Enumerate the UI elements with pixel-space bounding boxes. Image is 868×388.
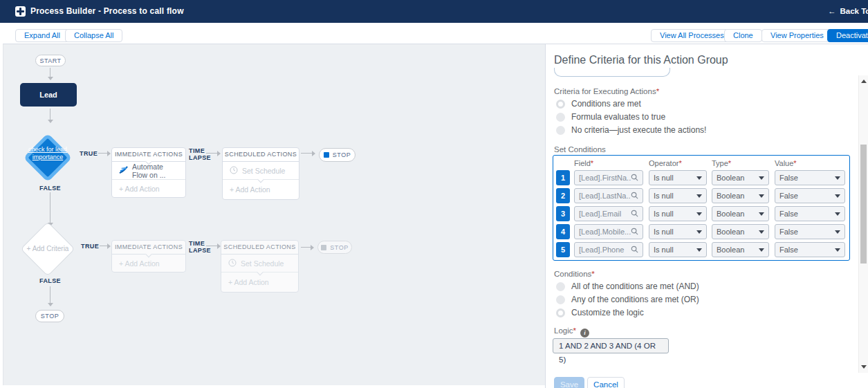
chevron-down-icon — [759, 212, 764, 216]
radio-button-icon[interactable] — [556, 295, 565, 304]
type-select[interactable]: Boolean — [712, 206, 769, 221]
column-header-value: Value* — [775, 159, 797, 167]
radio-any-conditions-or[interactable]: Any of the conditions are met (OR) — [556, 295, 699, 304]
expand-all-button[interactable]: Expand All — [15, 29, 69, 42]
stop-square-icon — [321, 245, 326, 250]
criteria-name-input-clipped[interactable] — [554, 68, 670, 77]
connector-arrow — [301, 247, 313, 248]
logic-formula-input[interactable]: 1 AND 2 AND 3 AND (4 OR 5) — [553, 338, 669, 353]
add-criteria-label[interactable]: + Add Criteria — [13, 245, 82, 252]
chevron-down-icon — [835, 212, 840, 216]
type-select[interactable]: Boolean — [712, 188, 769, 203]
scheduled-actions-header: SCHEDULED ACTIONS — [223, 148, 299, 162]
column-header-field: Field* — [574, 159, 593, 167]
radio-button-icon[interactable] — [556, 126, 565, 135]
scheduled-actions-card-1: SCHEDULED ACTIONS Set Schedule + Add Act… — [222, 147, 299, 200]
panel-title: Define Criteria for this Action Group — [554, 54, 728, 66]
scroll-up-button[interactable] — [859, 77, 868, 86]
chevron-down-icon — [759, 176, 764, 180]
scroll-down-button[interactable] — [859, 362, 868, 371]
operator-select[interactable]: Is null — [649, 206, 707, 221]
true-label: TRUE — [81, 243, 99, 250]
radio-button-icon[interactable] — [556, 308, 565, 317]
time-lapse-label: TIMELAPSE — [189, 148, 211, 161]
operator-select[interactable]: Is null — [649, 224, 707, 239]
radio-all-conditions-and[interactable]: All of the conditions are met (AND) — [556, 281, 699, 291]
immediate-actions-card-2: IMMEDIATE ACTIONS + Add Action — [111, 240, 186, 272]
type-select[interactable]: Boolean — [712, 224, 769, 239]
operator-select[interactable]: Is null — [649, 242, 707, 257]
app-header: Process Builder - Process to call flow ←… — [0, 0, 868, 23]
process-builder-app: Process Builder - Process to call flow ←… — [0, 0, 868, 388]
criteria-section-label: Criteria for Executing Actions* — [554, 87, 659, 95]
field-lookup-input[interactable]: [Lead].Email — [574, 206, 643, 221]
radio-customize-logic[interactable]: Customize the logic — [556, 308, 644, 317]
value-select[interactable]: False — [775, 224, 845, 239]
column-header-type: Type* — [712, 159, 731, 167]
set-conditions-label: Set Conditions — [554, 145, 606, 154]
flow-canvas: START Lead check for leadimportance TRUE… — [3, 44, 545, 385]
field-lookup-input[interactable]: [Lead].Phone — [574, 242, 643, 257]
chevron-down-icon — [835, 230, 840, 234]
deactivate-button[interactable]: Deactivate — [827, 29, 868, 42]
row-number-badge: 2 — [556, 188, 570, 203]
save-button[interactable]: Save — [554, 377, 584, 388]
chevron-down-icon — [696, 248, 702, 252]
type-select[interactable]: Boolean — [712, 242, 769, 257]
immediate-actions-header: IMMEDIATE ACTIONS — [112, 241, 185, 255]
set-schedule-link[interactable]: Set Schedule — [223, 162, 299, 180]
connector-arrow — [50, 192, 50, 225]
connector-arrow — [50, 68, 50, 80]
view-properties-button[interactable]: View Properties — [761, 29, 833, 42]
radio-button-icon[interactable] — [556, 100, 565, 109]
connector-arrow — [206, 153, 220, 154]
view-all-processes-button[interactable]: View All Processes — [651, 29, 733, 42]
value-select[interactable]: False — [775, 170, 845, 185]
chevron-down-icon — [696, 212, 702, 216]
operator-select[interactable]: Is null — [649, 188, 707, 203]
search-icon — [631, 174, 638, 183]
clone-button[interactable]: Clone — [724, 29, 762, 42]
time-lapse-label: TIMELAPSE — [189, 241, 211, 254]
field-lookup-input[interactable]: [Lead].Mobile... — [574, 224, 643, 239]
column-header-operator: Operator* — [649, 159, 682, 167]
field-lookup-input[interactable]: [Lead].LastNa... — [574, 188, 643, 203]
field-lookup-input[interactable]: [Lead].FirstNa... — [574, 170, 643, 185]
connector-arrow — [100, 246, 110, 246]
flow-icon — [119, 165, 128, 176]
radio-formula-evaluates[interactable]: Formula evaluates to true — [556, 112, 665, 122]
value-select[interactable]: False — [775, 242, 845, 257]
connector-arrow — [301, 153, 315, 154]
stop-square-icon — [324, 152, 329, 158]
connector-arrow — [206, 246, 220, 246]
operator-select[interactable]: Is null — [649, 170, 707, 185]
panel-scrollbar[interactable] — [858, 75, 868, 373]
row-number-badge: 4 — [556, 224, 570, 239]
type-select[interactable]: Boolean — [712, 170, 769, 185]
scrollbar-thumb[interactable] — [860, 145, 867, 264]
radio-conditions-are-met[interactable]: Conditions are met — [556, 99, 641, 109]
info-icon[interactable]: i — [580, 329, 589, 338]
search-icon — [631, 246, 638, 255]
criteria-diamond-label[interactable]: check for leadimportance — [13, 146, 82, 161]
chevron-down-icon — [696, 230, 702, 234]
value-select[interactable]: False — [775, 188, 845, 203]
value-select[interactable]: False — [775, 206, 845, 221]
stop-node-3: STOP — [35, 310, 64, 322]
trigger-object-node[interactable]: Lead — [20, 83, 77, 107]
set-schedule-link[interactable]: Set Schedule — [221, 255, 298, 272]
back-to-setup-link[interactable]: ←Back To Se — [828, 0, 868, 23]
radio-no-criteria[interactable]: No criteria—just execute the actions! — [556, 125, 706, 135]
cancel-button[interactable]: Cancel — [587, 377, 625, 388]
chevron-down-icon — [759, 230, 764, 234]
chevron-down-icon — [696, 176, 702, 180]
conditions-table: Field* Operator* Type* Value* 1 [Lead].F… — [553, 155, 850, 261]
chevron-down-icon — [835, 176, 840, 180]
row-number-badge: 5 — [556, 242, 570, 257]
collapse-all-button[interactable]: Collapse All — [65, 29, 122, 42]
radio-button-icon[interactable] — [556, 282, 565, 291]
triangle-down-icon — [861, 365, 867, 369]
radio-button-icon[interactable] — [556, 113, 565, 122]
chevron-down-icon — [835, 248, 840, 252]
add-action-link[interactable]: + Add Action — [112, 180, 185, 197]
